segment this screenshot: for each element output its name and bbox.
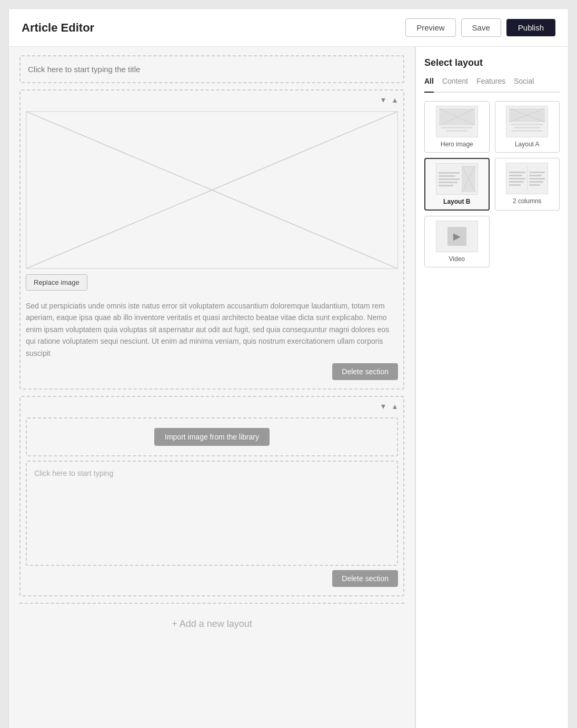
sidebar-title: Select layout [424,57,560,68]
section-2-text-area[interactable]: Click here to start typing [26,461,398,566]
save-button[interactable]: Save [461,18,501,37]
section-1-content: Replace image Sed ut perspiciatis unde o… [21,107,403,388]
header-actions: Preview Save Publish [405,18,555,37]
layout-tabs: All Content Features Social [424,77,560,93]
layout-grid: Hero image [424,101,560,267]
hero-line-2 [446,130,467,132]
tab-social[interactable]: Social [514,77,534,87]
publish-button[interactable]: Publish [506,19,555,36]
2-columns-thumb [506,163,548,194]
tab-content[interactable]: Content [442,77,468,87]
import-image-area: Import image from the library [26,417,398,456]
layout-b-thumb-text [439,166,460,192]
app-container: Article Editor Preview Save Publish ▾ ▴ [8,8,569,728]
section-2-delete-button[interactable]: Delete section [332,570,398,587]
app-title: Article Editor [22,21,94,35]
preview-button[interactable]: Preview [405,18,455,37]
video-label: Video [449,255,465,263]
section-2-move-down[interactable]: ▾ [379,400,387,412]
replace-image-button[interactable]: Replace image [26,274,87,291]
layout-item-hero-image[interactable]: Hero image [424,101,490,153]
main-layout: ▾ ▴ Replace [9,47,568,728]
col-2 [529,166,545,191]
section-1-image [26,111,398,269]
sidebar: Select layout All Content Features Socia… [415,47,568,728]
hero-image-thumb [436,106,478,137]
layout-a-label: Layout A [515,141,540,148]
2-columns-label: 2 columns [513,197,542,205]
tab-features[interactable]: Features [476,77,505,87]
layout-item-video[interactable]: ▶ Video [424,216,490,267]
layout-item-layout-a[interactable]: Layout A [495,101,560,153]
image-x-overlay [26,112,397,268]
video-thumb: ▶ [436,221,478,252]
section-1-move-up[interactable]: ▴ [391,94,399,106]
video-icon: ▶ [447,227,466,246]
section-1-body-text: Sed ut perspiciatis unde omnis iste natu… [26,300,398,359]
layout-b-label: Layout B [443,198,470,205]
hero-thumb-img [439,108,475,125]
layout-a-thumb-img [509,108,545,122]
title-section [19,55,404,83]
layout-item-2-columns[interactable]: 2 columns [495,158,560,211]
layout-a-thumb [506,106,548,137]
editor-area: ▾ ▴ Replace [9,47,415,728]
tab-all[interactable]: All [424,77,434,93]
hero-line-1 [441,127,473,128]
section-2-content: Import image from the library Click here… [21,413,403,595]
title-input[interactable] [23,58,401,80]
section-1: ▾ ▴ Replace [19,89,404,390]
section-2-move-up[interactable]: ▴ [391,400,399,412]
hero-image-label: Hero image [441,141,473,148]
section-1-delete-button[interactable]: Delete section [332,363,398,380]
section-2-controls: ▾ ▴ [21,397,403,413]
section-1-controls: ▾ ▴ [21,91,403,107]
col-1 [509,166,525,191]
header: Article Editor Preview Save Publish [9,9,568,47]
add-layout-button[interactable]: + Add a new layout [19,603,404,644]
layout-b-thumb [436,163,478,195]
section-2: ▾ ▴ Import image from the library Click … [19,396,404,596]
section-1-move-down[interactable]: ▾ [379,94,387,106]
layout-item-layout-b[interactable]: Layout B [424,158,490,211]
section-2-text-placeholder: Click here to start typing [34,469,113,477]
layout-b-thumb-img [462,166,475,192]
import-image-button[interactable]: Import image from the library [154,428,270,446]
